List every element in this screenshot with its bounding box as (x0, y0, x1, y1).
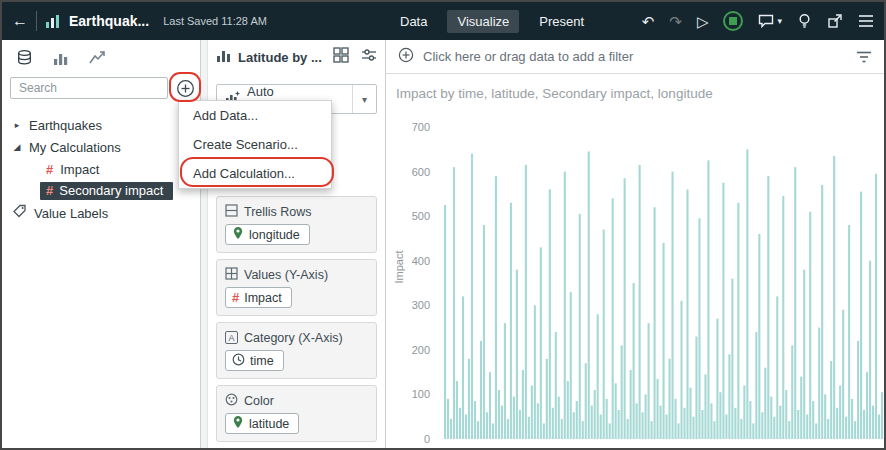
tree-label: Value Labels (34, 206, 108, 221)
viz-header: Latitude by ... (208, 40, 385, 74)
location-pin-icon (232, 415, 244, 432)
workbook-chart-icon (45, 13, 61, 29)
topbar-left: ← Earthquak... Last Saved 11:28 AM (2, 11, 267, 31)
category-attribute-icon: A (225, 331, 238, 344)
section-color[interactable]: Color latitude (216, 385, 377, 442)
properties-sliders-icon[interactable] (361, 47, 377, 67)
visualizations-icon[interactable] (53, 50, 69, 70)
tree-item-impact[interactable]: # Impact (2, 158, 200, 180)
undo-icon[interactable]: ↶ (642, 14, 655, 29)
y-tick-label: 0 (398, 433, 430, 445)
chart-area: Impact by time, latitude, Secondary impa… (386, 74, 884, 447)
tag-icon (12, 204, 27, 222)
data-panel-tabs (2, 40, 200, 74)
menu-item-add-calculation[interactable]: Add Calculation... (179, 159, 331, 188)
selected-tree-item[interactable]: # Secondary impact (40, 182, 173, 200)
y-tick-label: 200 (398, 344, 430, 356)
section-title: Values (Y-Axis) (244, 268, 328, 282)
y-axis-ticks: 7006005004003002001000 (398, 121, 430, 445)
menu-item-add-data[interactable]: Add Data... (179, 101, 331, 130)
menu-item-create-scenario[interactable]: Create Scenario... (179, 130, 331, 159)
impact-chart-bars (444, 127, 884, 439)
filter-options-icon[interactable] (856, 50, 872, 64)
y-tick-label: 600 (398, 166, 430, 178)
analytics-trend-icon[interactable] (89, 50, 106, 69)
viz-type-icon (216, 48, 231, 67)
viz-header-icons (333, 47, 377, 67)
chevron-down-icon[interactable]: ▾ (352, 85, 376, 113)
section-category-x-axis[interactable]: A Category (X-Axis) time (216, 322, 377, 379)
chip-label: longitude (249, 228, 300, 242)
chip-longitude[interactable]: longitude (225, 224, 310, 245)
add-context-menu: Add Data... Create Scenario... Add Calcu… (178, 100, 332, 189)
chip-impact[interactable]: # Impact (225, 287, 292, 308)
clock-icon (232, 353, 245, 369)
tree-item-my-calculations[interactable]: ◢ My Calculations (2, 136, 200, 158)
trellis-rows-icon (225, 204, 238, 220)
hamburger-menu-icon[interactable] (858, 14, 874, 28)
y-tick-label: 500 (398, 210, 430, 222)
add-filter-icon (398, 47, 414, 67)
tab-present[interactable]: Present (529, 10, 594, 33)
y-tick-label: 300 (398, 299, 430, 311)
chip-latitude[interactable]: latitude (225, 413, 299, 434)
preview-play-icon[interactable]: ▷ (697, 14, 709, 29)
export-icon[interactable] (827, 13, 843, 29)
data-tree: ▸ Earthquakes ◢ My Calculations # Impact… (2, 114, 200, 224)
y-tick-label: 700 (398, 121, 430, 133)
comments-icon[interactable]: ▾ (758, 14, 782, 29)
section-header: Color (225, 393, 368, 408)
section-header: Values (Y-Axis) (225, 267, 368, 282)
location-pin-icon (232, 226, 244, 243)
section-header: Trellis Rows (225, 204, 368, 219)
tab-visualize[interactable]: Visualize (447, 10, 519, 33)
chip-time[interactable]: time (225, 350, 284, 371)
tree-item-earthquakes[interactable]: ▸ Earthquakes (2, 114, 200, 136)
measure-hash-icon: # (46, 162, 53, 177)
filter-bar[interactable]: Click here or drag data to add a filter (386, 40, 884, 74)
section-title: Category (X-Axis) (244, 331, 343, 345)
tree-label: Secondary impact (59, 183, 163, 198)
back-icon[interactable]: ← (12, 12, 28, 30)
measure-hash-icon: # (46, 183, 53, 198)
chip-label: Impact (244, 291, 282, 305)
visualization-canvas: Click here or drag data to add a filter … (386, 40, 884, 448)
search-input[interactable] (10, 77, 168, 99)
measure-hash-icon: # (232, 290, 239, 305)
topbar-divider (36, 11, 37, 31)
tree-item-value-labels[interactable]: Value Labels (2, 202, 200, 224)
collapsed-arrow-icon[interactable]: ▸ (12, 120, 22, 130)
comments-caret-icon: ▾ (777, 17, 782, 26)
data-panel: ▸ Earthquakes ◢ My Calculations # Impact… (2, 40, 201, 448)
workbook-title: Earthquak... (69, 13, 149, 29)
color-palette-icon (225, 393, 238, 409)
tab-data[interactable]: Data (390, 10, 437, 33)
mode-tabs: Data Visualize Present (390, 2, 594, 40)
section-header: A Category (X-Axis) (225, 330, 368, 345)
filter-prompt: Click here or drag data to add a filter (423, 49, 633, 64)
tree-item-secondary-impact[interactable]: # Secondary impact (2, 180, 200, 202)
redo-icon[interactable]: ↷ (669, 14, 682, 29)
stop-refresh-icon[interactable] (723, 11, 743, 31)
insights-lightbulb-icon[interactable] (797, 13, 812, 29)
values-grid-icon (225, 267, 238, 283)
expanded-arrow-icon[interactable]: ◢ (12, 142, 22, 152)
grammar-sections: Trellis Rows longitude Values ( (208, 196, 385, 442)
topbar-actions: ↶ ↷ ▷ ▾ (642, 2, 874, 40)
data-sources-icon[interactable] (16, 49, 33, 70)
viz-title: Latitude by ... (238, 50, 322, 65)
chip-label: time (250, 354, 274, 368)
section-trellis-rows[interactable]: Trellis Rows longitude (216, 196, 377, 253)
chart-title: Impact by time, latitude, Secondary impa… (396, 86, 713, 101)
tree-label: Earthquakes (29, 118, 102, 133)
y-tick-label: 400 (398, 255, 430, 267)
swap-layout-icon[interactable] (333, 47, 349, 67)
section-title: Color (244, 394, 274, 408)
impact-chart-plot[interactable] (444, 127, 884, 439)
topbar: ← Earthquak... Last Saved 11:28 AM Data … (2, 2, 884, 40)
chip-label: latitude (249, 417, 289, 431)
last-saved-status: Last Saved 11:28 AM (163, 15, 267, 27)
tree-label: My Calculations (29, 140, 121, 155)
add-data-button[interactable] (176, 79, 195, 98)
section-values-y-axis[interactable]: Values (Y-Axis) # Impact (216, 259, 377, 316)
